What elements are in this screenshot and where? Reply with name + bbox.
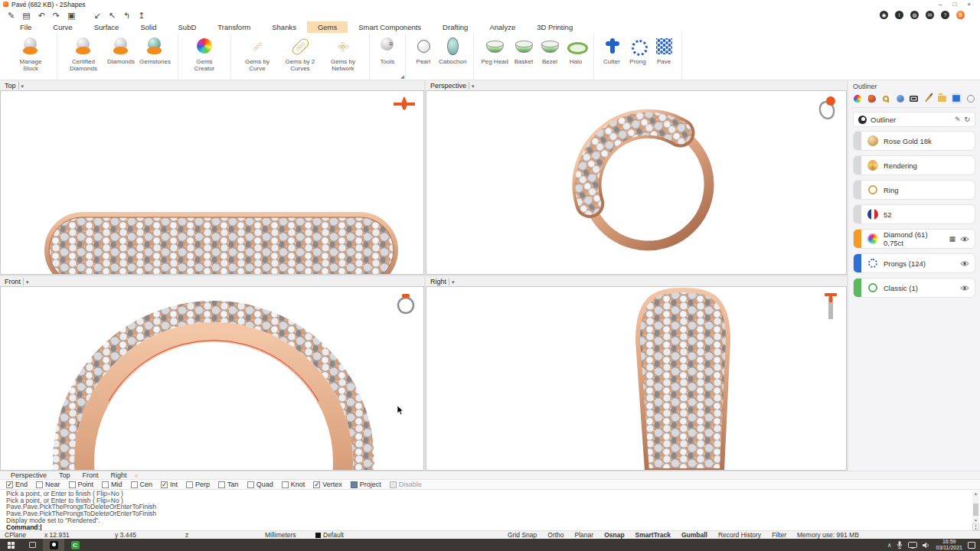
orientation-ring-right-icon[interactable] [823, 292, 838, 319]
circle-icon[interactable] [966, 93, 975, 103]
status-toggle[interactable]: Gumball [676, 531, 713, 539]
viewport-top-titlebar[interactable]: Top [0, 80, 424, 90]
osnap-toggle[interactable]: Disable [390, 481, 422, 488]
drag-handle[interactable] [854, 279, 861, 297]
orientation-ring-perspective-icon[interactable] [817, 96, 838, 120]
chat-icon[interactable]: ✉ [926, 11, 934, 19]
ribbon-button[interactable]: Gems by 2 Curves [279, 34, 322, 73]
osnap-toggle[interactable]: Knot [282, 481, 305, 488]
ribbon-tab[interactable]: Solid [129, 21, 167, 33]
osnap-checkbox[interactable] [186, 481, 193, 488]
tray-expand-icon[interactable]: ∧ [887, 542, 892, 549]
export-icon[interactable]: ↥ [138, 10, 145, 21]
osnap-checkbox[interactable] [102, 481, 109, 488]
task-view-button[interactable] [21, 539, 43, 551]
ribbon-button[interactable]: Manage Stock [9, 34, 52, 73]
orientation-ring-top-icon[interactable] [393, 96, 416, 112]
drag-handle[interactable] [854, 254, 861, 272]
viewport-perspective-canvas[interactable] [426, 90, 847, 275]
osnap-toggle[interactable]: Point [69, 481, 94, 488]
ribbon-tab[interactable]: Curve [42, 21, 83, 33]
status-toggle[interactable]: Record History [713, 531, 766, 539]
osnap-toggle[interactable]: Quad [247, 481, 273, 488]
camera-icon[interactable] [910, 93, 919, 103]
taskbar-app-2shapes[interactable] [43, 539, 64, 551]
undo-icon[interactable]: ↶ [38, 10, 45, 21]
scroll-up-icon[interactable]: ▲ [974, 491, 978, 496]
osnap-checkbox[interactable] [131, 481, 138, 488]
ribbon-button[interactable]: Pearl [410, 34, 436, 67]
outliner-item[interactable]: Ring [853, 180, 975, 200]
record-icon[interactable]: ◉ [880, 11, 888, 19]
color-wheel-icon[interactable] [853, 93, 862, 103]
outliner-item[interactable]: Classic (1) [853, 278, 975, 298]
osnap-checkbox[interactable] [36, 481, 43, 488]
taskbar-app-camtasia[interactable]: C [64, 539, 86, 551]
select-shapes-icon[interactable]: ↖ [109, 10, 116, 21]
status-toggle[interactable]: SmartTrack [630, 531, 676, 539]
viewport-top-canvas[interactable] [0, 90, 424, 275]
notification-center-icon[interactable] [968, 542, 975, 549]
redo-icon[interactable]: ↷ [53, 10, 60, 21]
ribbon-button[interactable]: Halo [563, 34, 589, 67]
cplane-indicator[interactable]: CPlane [0, 531, 40, 539]
osnap-checkbox[interactable] [313, 481, 320, 488]
osnap-checkbox[interactable] [247, 481, 254, 488]
ribbon-tab[interactable]: Drafting [432, 21, 479, 33]
ribbon-button[interactable]: Cabochon [436, 34, 469, 67]
viewport-right-titlebar[interactable]: Right [426, 276, 847, 286]
edit-pencil-icon[interactable]: ✎ [955, 116, 961, 123]
drag-handle[interactable] [854, 132, 861, 150]
ribbon-button[interactable]: Gemstones [137, 34, 173, 67]
osnap-checkbox[interactable] [69, 481, 76, 488]
osnap-checkbox[interactable] [351, 481, 358, 488]
ribbon-button[interactable]: Bezel [537, 34, 563, 67]
status-toggle[interactable]: Planar [570, 531, 599, 539]
ribbon-tab[interactable]: Smart Components [348, 21, 432, 33]
speaker-icon[interactable] [923, 542, 930, 549]
ribbon-button[interactable]: Tools [374, 34, 400, 67]
viewport-front-canvas[interactable] [0, 286, 424, 471]
osnap-checkbox[interactable] [390, 481, 397, 488]
viewport-perspective-titlebar[interactable]: Perspective [426, 80, 847, 90]
osnap-checkbox[interactable] [161, 481, 168, 488]
microphone-icon[interactable] [897, 541, 903, 549]
ribbon-button[interactable]: Certified Diamonds [62, 34, 105, 73]
folder-icon[interactable] [938, 93, 947, 103]
drag-handle[interactable] [854, 230, 861, 248]
osnap-toggle[interactable]: End [6, 481, 28, 488]
outliner-item[interactable]: Rendering [853, 155, 975, 175]
viewport-right-canvas[interactable] [426, 286, 847, 471]
viewport-front-titlebar[interactable]: Front [0, 276, 424, 286]
refresh-icon[interactable]: ↻ [964, 116, 970, 123]
ribbon-button[interactable]: Pave [651, 34, 677, 67]
start-button[interactable] [0, 539, 21, 551]
save-icon[interactable]: ▣ [67, 10, 75, 21]
open-icon[interactable]: ✎ [8, 10, 15, 21]
ribbon-button[interactable]: Diamonds [105, 34, 137, 67]
viewport-tab[interactable]: Front [77, 471, 105, 479]
viewport-menu-chevron-icon[interactable] [18, 82, 24, 90]
brush-icon[interactable] [923, 93, 933, 103]
osnap-toggle[interactable]: Perp [186, 481, 210, 488]
viewport-menu-chevron-icon[interactable] [23, 278, 29, 285]
orientation-ring-front-icon[interactable] [396, 292, 416, 316]
viewport-tab[interactable]: Top [53, 471, 77, 479]
tools-expand-corner-icon[interactable]: ◢ [400, 73, 404, 79]
globe-icon[interactable] [895, 93, 904, 103]
ribbon-button[interactable]: Gems by Network [322, 34, 364, 73]
command-resize-spinner[interactable]: ▲▼ [972, 523, 979, 530]
osnap-toggle[interactable]: Near [36, 481, 60, 488]
new-viewport-icon[interactable]: ○ [135, 472, 139, 479]
ribbon-tab[interactable]: SubD [168, 21, 207, 33]
help-icon[interactable]: ? [941, 11, 949, 19]
viewport-tab[interactable]: Right [105, 471, 133, 479]
viewport-menu-chevron-icon[interactable] [449, 278, 455, 285]
stone-table-icon[interactable]: ▦ [949, 235, 956, 243]
drag-handle[interactable] [854, 205, 861, 223]
scrollbar-thumb[interactable] [973, 504, 978, 516]
command-scrollbar[interactable]: ▲ ▼ [972, 491, 979, 523]
visibility-eye-icon[interactable] [960, 285, 969, 292]
close-button[interactable]: × [967, 1, 971, 8]
osnap-checkbox[interactable] [282, 481, 289, 488]
